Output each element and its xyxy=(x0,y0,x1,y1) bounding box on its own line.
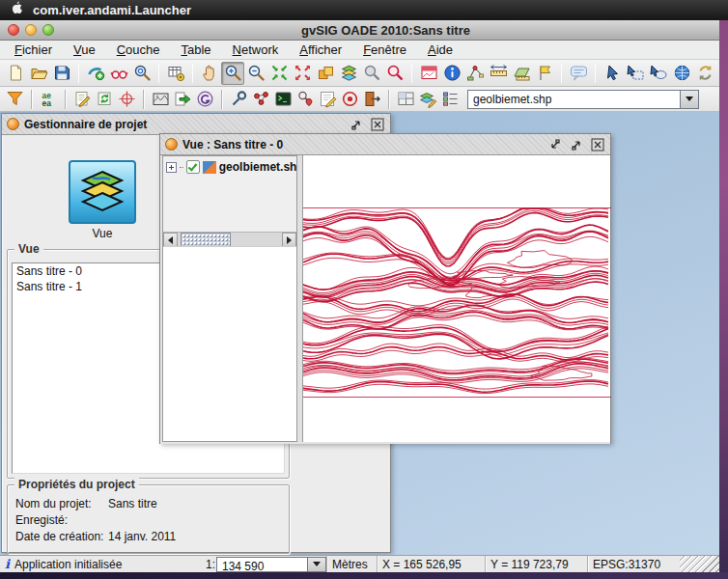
table-settings-icon[interactable] xyxy=(164,62,187,85)
map-overview-icon[interactable] xyxy=(417,62,440,85)
target-icon[interactable] xyxy=(339,89,361,110)
maximize-button[interactable] xyxy=(568,137,584,152)
status-message-section: i Application initialisée xyxy=(0,556,201,572)
minimize-button[interactable] xyxy=(546,137,563,152)
desktop-wallpaper-right xyxy=(719,20,728,572)
zoom-out-icon[interactable] xyxy=(244,62,267,85)
contour-map-layer xyxy=(303,207,611,399)
annotation-icon[interactable] xyxy=(317,89,339,110)
info-icon[interactable] xyxy=(440,62,463,85)
scale-combobox[interactable]: 134 590 xyxy=(216,557,326,572)
maximize-button[interactable] xyxy=(348,117,364,131)
pan-icon[interactable] xyxy=(198,62,221,85)
layer-list-icon[interactable] xyxy=(439,89,462,110)
toolbar-separator xyxy=(143,90,145,109)
zoom-traffic-light[interactable] xyxy=(42,24,54,36)
menu-vue[interactable]: Vue xyxy=(65,41,104,58)
scale-dropdown-button[interactable] xyxy=(307,558,325,571)
layer-tree-node[interactable]: geolbiemet.shp xyxy=(166,160,296,174)
window-titlebar[interactable]: gvSIG OADE 2010:Sans titre xyxy=(0,20,719,41)
toolbar-separator xyxy=(561,64,562,83)
pin-locator-icon[interactable] xyxy=(294,89,317,110)
hyperlink-icon[interactable] xyxy=(533,62,556,85)
zoom-selected-icon[interactable] xyxy=(267,62,291,85)
save-project-icon[interactable] xyxy=(50,62,73,85)
zoom-manager-icon[interactable] xyxy=(130,62,154,85)
close-traffic-light[interactable] xyxy=(8,24,19,36)
document-type-vue-button[interactable] xyxy=(69,160,136,224)
layer-combobox[interactable]: geolbiemet.shp xyxy=(467,90,699,109)
view-locator-icon[interactable] xyxy=(107,62,130,85)
layer-visibility-checkbox[interactable] xyxy=(186,160,200,174)
text-bubble-icon[interactable] xyxy=(567,62,590,85)
view-window[interactable]: Vue : Sans titre - 0 ge xyxy=(159,133,611,444)
export-door-icon[interactable] xyxy=(361,89,383,110)
minimize-traffic-light[interactable] xyxy=(25,24,37,36)
refresh-view-icon[interactable] xyxy=(693,62,716,85)
menu-fenêtre[interactable]: Fenêtre xyxy=(354,41,415,58)
project-manager-titlebar[interactable]: Gestionnaire de projet xyxy=(2,114,390,135)
layer-tree[interactable]: geolbiemet.shp xyxy=(163,156,296,232)
layers-stack-icon xyxy=(79,170,126,214)
query-view-icon[interactable] xyxy=(360,62,383,85)
layers-edit-icon[interactable] xyxy=(417,89,439,110)
network-tool-icon[interactable] xyxy=(228,89,250,110)
recycle-icon[interactable] xyxy=(94,89,116,110)
project-name-value: Sans titre xyxy=(108,497,157,510)
scroll-right-button[interactable] xyxy=(282,233,296,247)
apple-logo-icon[interactable] xyxy=(10,1,23,19)
toolbar-main xyxy=(0,60,719,87)
scroll-left-button[interactable] xyxy=(163,233,178,247)
close-button[interactable] xyxy=(369,117,385,131)
menu-table[interactable]: Table xyxy=(173,41,220,58)
view-window-titlebar[interactable]: Vue : Sans titre - 0 xyxy=(160,134,610,155)
toc-legend-area xyxy=(163,246,296,441)
zoom-layer-icon[interactable] xyxy=(337,62,360,85)
resize-grip[interactable] xyxy=(680,556,719,572)
select-lasso-icon[interactable] xyxy=(647,62,670,85)
menu-fichier[interactable]: Fichier xyxy=(6,41,61,58)
toolbar-separator xyxy=(411,64,412,83)
select-rectangle-icon[interactable] xyxy=(624,62,647,85)
chevron-down-icon xyxy=(686,96,693,105)
zoom-in-icon[interactable] xyxy=(221,62,244,85)
macos-menubar: com.iver.andami.Launcher xyxy=(0,0,728,20)
zoom-previous-icon[interactable] xyxy=(314,62,337,85)
geoprocessing-icon[interactable] xyxy=(194,89,216,110)
x-coordinate: X = 165 526,95 xyxy=(377,556,485,572)
measure-distance-icon[interactable] xyxy=(487,62,510,85)
zoom-full-icon[interactable] xyxy=(291,62,314,85)
filter-icon[interactable] xyxy=(4,89,26,110)
zoom-object-icon[interactable] xyxy=(383,62,406,85)
image-raster-icon[interactable] xyxy=(150,89,172,110)
tree-expand-icon[interactable] xyxy=(166,162,177,173)
open-project-icon[interactable] xyxy=(27,62,50,85)
measure-angle-icon[interactable] xyxy=(463,62,487,85)
network-nodes-icon[interactable] xyxy=(250,89,272,110)
window-tile-icon[interactable] xyxy=(395,89,417,110)
edit-sheet-icon[interactable] xyxy=(71,89,94,110)
scrollbar-thumb[interactable] xyxy=(181,233,231,247)
layer-combobox-dropdown-button[interactable] xyxy=(680,91,698,108)
menu-couche[interactable]: Couche xyxy=(108,41,169,58)
centroid-icon[interactable] xyxy=(116,89,138,110)
triangle-right-icon xyxy=(287,236,295,244)
mdi-desktop: Gestionnaire de projet Vue xyxy=(0,112,719,555)
new-document-icon[interactable] xyxy=(4,62,27,85)
menu-afficher[interactable]: Afficher xyxy=(291,41,350,58)
console-icon[interactable] xyxy=(272,89,294,110)
close-button[interactable] xyxy=(589,137,605,152)
measure-area-icon[interactable] xyxy=(510,62,533,85)
toc-horizontal-scrollbar[interactable] xyxy=(163,232,296,247)
add-layer-icon[interactable] xyxy=(84,62,107,85)
select-cursor-icon[interactable] xyxy=(601,62,624,85)
web-browser-icon[interactable] xyxy=(670,62,693,85)
layer-combobox-value: geolbiemet.shp xyxy=(468,91,680,108)
property-row: Nom du projet: Sans titre xyxy=(15,497,289,510)
export-features-icon[interactable] xyxy=(172,89,194,110)
menu-network[interactable]: Network xyxy=(224,41,288,58)
attribute-letters-icon[interactable]: aeea xyxy=(38,89,60,110)
map-canvas[interactable] xyxy=(302,155,610,442)
triangle-left-icon xyxy=(164,236,173,244)
menu-aide[interactable]: Aide xyxy=(419,41,462,58)
